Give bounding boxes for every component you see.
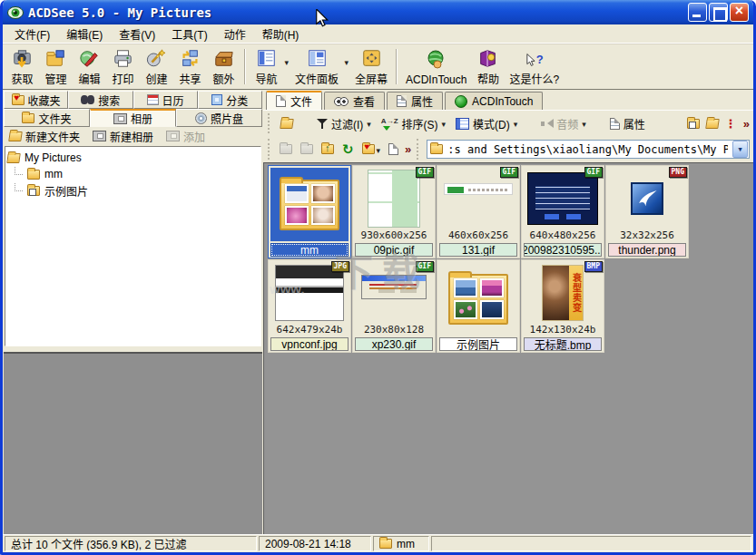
image-preview xyxy=(527,172,598,225)
tab-properties[interactable]: 属性 xyxy=(387,92,443,110)
maximize-button[interactable] xyxy=(709,3,728,22)
navigation-pane-button[interactable]: 导航 xyxy=(250,46,290,87)
menu-actions[interactable]: 动作 xyxy=(216,24,254,44)
thumb-thunder[interactable]: PNG 32x32x256 thunder.png xyxy=(605,165,689,258)
close-button[interactable] xyxy=(730,3,749,22)
file-name-label[interactable]: 示例图片 xyxy=(439,337,517,351)
new-folder-button[interactable]: 新建文件夹 xyxy=(9,129,80,144)
fullscreen-button[interactable]: 全屏幕 xyxy=(350,46,392,87)
file-name-label[interactable]: mm xyxy=(270,243,349,257)
toolbar-grip[interactable] xyxy=(268,139,272,160)
address-path[interactable]: :s and Settings\xiaoliang\My Documents\M… xyxy=(447,143,728,156)
chevron-down-icon[interactable] xyxy=(377,143,381,156)
tab-photo-discs[interactable]: 照片盘 xyxy=(176,109,262,127)
tab-calendar[interactable]: 日历 xyxy=(133,91,198,109)
tab-file[interactable]: 文件 xyxy=(266,91,322,110)
baby-face-graphic xyxy=(543,266,569,320)
new-folder-small-button[interactable] xyxy=(687,119,700,129)
thumbnail-image[interactable]: PNG xyxy=(608,168,686,229)
thumbnail-image[interactable]: 衰型卖变 BMP xyxy=(524,262,602,324)
toolbar-grip[interactable] xyxy=(417,139,421,160)
file-name-label[interactable]: thunder.png xyxy=(608,243,686,257)
extras-button[interactable]: 额外 xyxy=(207,46,241,87)
create-button[interactable]: 创建 xyxy=(140,46,173,87)
thumbnail-image[interactable]: JPG xyxy=(270,262,349,324)
whats-this-button[interactable]: 这是什么? xyxy=(505,46,564,87)
thumbnail-image[interactable] xyxy=(270,168,349,241)
thumb-131[interactable]: GIF 460x60x256 131.gif xyxy=(437,165,520,258)
tab-acdintouch-label: ACDInTouch xyxy=(472,95,533,108)
filter-button[interactable]: 过滤(I) xyxy=(314,114,374,133)
thumb-samples-folder[interactable]: 示例图片 xyxy=(437,259,520,353)
tab-search[interactable]: 搜索 xyxy=(68,91,133,109)
file-name-label[interactable]: xp230.gif xyxy=(355,337,433,351)
thumb-vpnconf[interactable]: JPG 642x479x24b vpnconf.jpg xyxy=(268,259,351,353)
tree-node-root[interactable]: My Pictures xyxy=(7,150,259,166)
file-name-label[interactable]: 200982310595... xyxy=(524,243,602,257)
thumbnail-image[interactable]: GIF xyxy=(524,168,602,229)
title-bar: ACDSee 5.0 - My Pictures xyxy=(3,0,753,24)
address-dropdown-button[interactable] xyxy=(732,141,748,158)
share-button[interactable]: 共享 xyxy=(173,46,207,87)
toolbar-overflow-chevron[interactable] xyxy=(405,142,411,156)
help-button[interactable]: 帮助 xyxy=(471,46,505,87)
refresh-button[interactable] xyxy=(340,141,356,159)
acquire-label: 获取 xyxy=(11,71,33,86)
up-folder-button[interactable] xyxy=(278,117,296,131)
chevron-down-icon[interactable] xyxy=(284,58,289,67)
bmp-format-badge: BMP xyxy=(584,261,603,272)
toolbar-grip[interactable] xyxy=(268,113,272,133)
acdintouch-button[interactable]: ACDInTouch xyxy=(401,46,471,87)
minimize-button[interactable] xyxy=(688,3,707,22)
new-album-button[interactable]: 新建相册 xyxy=(93,129,153,144)
thumbnail-image[interactable]: GIF xyxy=(439,168,517,229)
folder-tree: My Pictures mm 示例图片 xyxy=(5,146,261,346)
tab-view[interactable]: 查看 xyxy=(324,92,385,110)
chevron-down-icon[interactable] xyxy=(514,117,518,130)
up-one-level-button[interactable] xyxy=(319,142,336,156)
tree-node-mm[interactable]: mm xyxy=(7,166,259,182)
tab-folders[interactable]: 文件夹 xyxy=(4,109,90,127)
tab-categories[interactable]: 分类 xyxy=(198,91,262,109)
sort-button[interactable]: 排序(S) xyxy=(378,112,448,136)
menu-view[interactable]: 查看(V) xyxy=(111,24,163,44)
describe-button[interactable] xyxy=(387,141,400,157)
acdintouch-label: ACDInTouch xyxy=(406,73,466,86)
acquire-button[interactable]: 获取 xyxy=(5,46,39,87)
chevron-down-icon[interactable] xyxy=(367,117,371,130)
menu-help[interactable]: 帮助(H) xyxy=(254,24,308,44)
thumb-xp230[interactable]: GIF 230x80x128 xp230.gif xyxy=(352,259,436,353)
menu-edit[interactable]: 编辑(E) xyxy=(58,24,111,44)
properties-button[interactable]: 属性 xyxy=(607,114,648,133)
thumb-untitled-bmp[interactable]: 衰型卖变 BMP 142x130x24b 无标题.bmp xyxy=(521,259,604,353)
file-name-label[interactable]: 无标题.bmp xyxy=(524,337,602,351)
thumbnail-image[interactable]: GIF xyxy=(355,262,433,324)
tab-acdintouch[interactable]: ACDInTouch xyxy=(445,92,543,110)
manage-button[interactable]: 管理 xyxy=(39,46,73,87)
edit-button[interactable]: 编辑 xyxy=(73,46,106,87)
print-button[interactable]: 打印 xyxy=(106,46,140,87)
thumb-mm-folder[interactable]: mm xyxy=(268,165,351,258)
chevron-down-icon[interactable] xyxy=(344,58,349,67)
file-panel-button[interactable]: 文件面板 xyxy=(290,46,350,87)
thumbnail-image[interactable]: GIF xyxy=(355,168,433,229)
address-bar[interactable]: :s and Settings\xiaoliang\My Documents\M… xyxy=(427,140,750,159)
create-label: 创建 xyxy=(145,71,167,86)
thumbnail-image[interactable] xyxy=(439,262,517,336)
menu-tools[interactable]: 工具(T) xyxy=(163,24,215,44)
thumb-09pic[interactable]: GIF 930x600x256 09pic.gif xyxy=(352,165,436,258)
toolbar-overflow-chevron[interactable] xyxy=(743,117,750,131)
thumb-2009823[interactable]: GIF 640x480x256 200982310595... xyxy=(521,165,604,258)
file-name-label[interactable]: 09pic.gif xyxy=(355,243,433,257)
mode-button[interactable]: 模式(D) xyxy=(453,114,520,133)
file-name-label[interactable]: 131.gif xyxy=(439,243,517,257)
tab-albums[interactable]: 相册 xyxy=(90,109,176,127)
chevron-down-icon[interactable] xyxy=(442,117,447,130)
menu-file[interactable]: 文件(F) xyxy=(6,24,58,44)
main-toolbar: 获取 管理 编辑 打印 xyxy=(3,44,753,90)
file-name-label[interactable]: vpnconf.jpg xyxy=(270,337,349,351)
copy-folder-small-button[interactable] xyxy=(705,119,720,129)
tree-node-samples[interactable]: 示例图片 xyxy=(7,182,259,199)
tab-favorites[interactable]: 收藏夹 xyxy=(4,91,68,109)
favorites-button[interactable] xyxy=(360,141,383,158)
